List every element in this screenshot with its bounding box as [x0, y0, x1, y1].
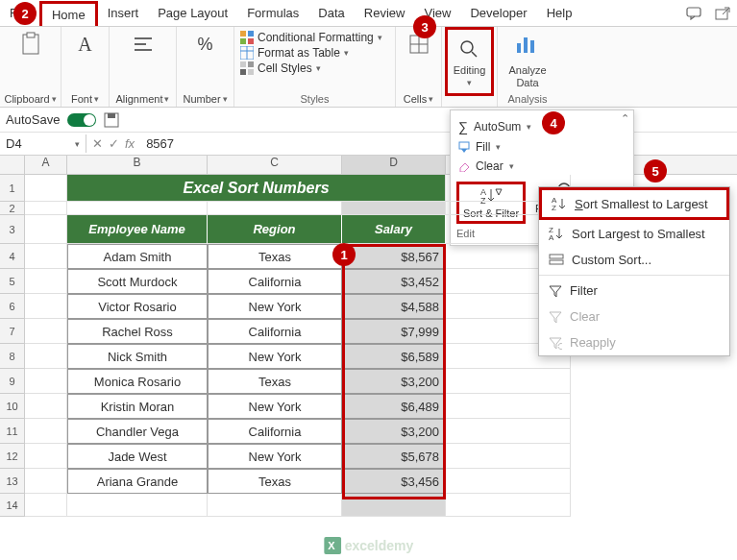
name-box[interactable]: D4 ▾ [0, 134, 86, 153]
cell-salary[interactable]: $7,999 [342, 319, 446, 344]
chevron-down-icon[interactable]: ▾ [52, 94, 57, 104]
comments-button[interactable] [681, 3, 706, 24]
header-salary[interactable]: Salary [342, 215, 446, 244]
cell-salary[interactable]: $5,678 [342, 444, 446, 469]
row-header[interactable]: 5 [0, 269, 25, 294]
cell-name[interactable]: Scott Murdock [67, 269, 208, 294]
svg-point-21 [461, 41, 473, 53]
collapse-ribbon-icon[interactable]: ⌃ [621, 112, 629, 125]
fx-icon[interactable]: fx [125, 136, 135, 151]
sheet-title[interactable]: Excel Sort Numbers [67, 175, 446, 202]
cell-name[interactable]: Adam Smith [67, 244, 208, 269]
row-header[interactable]: 3 [0, 215, 25, 244]
save-icon[interactable] [104, 112, 119, 128]
tab-home[interactable]: Home [39, 1, 98, 26]
table-row: 9Monica RosarioTexas$3,200 [0, 369, 737, 394]
font-icon[interactable]: A [72, 31, 99, 58]
cell-region[interactable]: California [208, 419, 342, 444]
row-header[interactable]: 7 [0, 319, 25, 344]
row-header[interactable]: 6 [0, 294, 25, 319]
cell-region[interactable]: California [208, 269, 342, 294]
row-header[interactable]: 13 [0, 469, 25, 494]
cell-salary[interactable]: $8,567 [342, 244, 446, 269]
chevron-down-icon[interactable]: ▾ [75, 139, 80, 149]
cell-region[interactable]: California [208, 319, 342, 344]
row-header[interactable]: 14 [0, 494, 25, 517]
filter-item[interactable]: Filter [539, 278, 729, 304]
table-icon [240, 46, 254, 60]
analyze-icon[interactable] [514, 31, 541, 58]
row-header[interactable]: 4 [0, 244, 25, 269]
cancel-formula-icon[interactable]: ✕ [92, 136, 103, 151]
cell-salary[interactable]: $3,452 [342, 269, 446, 294]
header-region[interactable]: Region [208, 215, 342, 244]
row-header[interactable]: 2 [0, 202, 25, 215]
sort-smallest-to-largest[interactable]: AZ SSort Smallest to Largestort Smallest… [539, 187, 729, 220]
header-name[interactable]: Employee Name [67, 215, 208, 244]
svg-rect-36 [550, 260, 563, 264]
tab-data[interactable]: Data [308, 2, 354, 24]
tab-formulas[interactable]: Formulas [237, 2, 308, 24]
col-header-d[interactable]: D [342, 156, 446, 174]
col-header-c[interactable]: C [208, 156, 342, 174]
reapply-icon [549, 336, 562, 350]
sort-largest-to-smallest[interactable]: ZA Sort Largest to Smallest [539, 220, 729, 247]
formula-input[interactable]: 8567 [140, 134, 737, 153]
cell-region[interactable]: New York [208, 394, 342, 419]
cell-region[interactable]: New York [208, 294, 342, 319]
enter-formula-icon[interactable]: ✓ [109, 136, 119, 151]
tab-insert[interactable]: Insert [98, 2, 149, 24]
cond-fmt-icon [240, 31, 254, 44]
number-icon[interactable]: % [192, 31, 219, 58]
row-header[interactable]: 11 [0, 419, 25, 444]
cell-salary[interactable]: $6,589 [342, 344, 446, 369]
tab-help[interactable]: Help [537, 2, 582, 24]
cell-region[interactable]: Texas [208, 244, 342, 269]
cell-name[interactable]: Kristin Moran [67, 394, 208, 419]
cell-name[interactable]: Nick Smith [67, 344, 208, 369]
select-all-corner[interactable] [0, 156, 25, 174]
chevron-down-icon[interactable]: ▾ [429, 94, 433, 104]
row-header[interactable]: 9 [0, 369, 25, 394]
cells-label: Cells [404, 93, 427, 105]
cell-region[interactable]: New York [208, 344, 342, 369]
format-as-table-button[interactable]: Format as Table▾ [240, 46, 382, 60]
cell-styles-button[interactable]: Cell Styles▾ [240, 61, 382, 75]
cell-name[interactable]: Chandler Vega [67, 419, 208, 444]
custom-sort[interactable]: Custom Sort... [539, 247, 729, 273]
row-header[interactable]: 8 [0, 344, 25, 369]
cell-salary[interactable]: $6,489 [342, 394, 446, 419]
cell-salary[interactable]: $3,456 [342, 469, 446, 494]
fill-button[interactable]: Fill ▾ [456, 137, 627, 157]
cell-name[interactable]: Rachel Ross [67, 319, 208, 344]
cell-salary[interactable]: $4,588 [342, 294, 446, 319]
chevron-down-icon[interactable]: ▾ [223, 94, 228, 104]
tab-page-layout[interactable]: Page Layout [148, 2, 237, 24]
chevron-down-icon[interactable]: ▾ [164, 94, 169, 104]
col-header-a[interactable]: A [25, 156, 67, 174]
clear-button[interactable]: Clear ▾ [456, 157, 627, 176]
alignment-icon[interactable] [130, 31, 157, 58]
share-button[interactable] [710, 3, 735, 24]
clipboard-icon[interactable] [17, 31, 44, 58]
cell-name[interactable]: Jade West [67, 444, 208, 469]
cell-region[interactable]: New York [208, 444, 342, 469]
group-number: % Number▾ [177, 27, 234, 107]
cell-salary[interactable]: $3,200 [342, 419, 446, 444]
conditional-formatting-button[interactable]: Conditional Formatting▾ [240, 31, 382, 44]
chevron-down-icon[interactable]: ▾ [94, 94, 99, 104]
cell-salary[interactable]: $3,200 [342, 369, 446, 394]
editing-button[interactable]: Editing▾ [445, 27, 495, 96]
cell-region[interactable]: Texas [208, 469, 342, 494]
cell-region[interactable]: Texas [208, 369, 342, 394]
tab-review[interactable]: Review [355, 2, 415, 24]
cell-name[interactable]: Monica Rosario [67, 369, 208, 394]
cell-name[interactable]: Victor Rosario [67, 294, 208, 319]
col-header-b[interactable]: B [67, 156, 208, 174]
row-header[interactable]: 12 [0, 444, 25, 469]
row-header[interactable]: 1 [0, 175, 25, 202]
tab-developer[interactable]: Developer [460, 2, 536, 24]
cell-name[interactable]: Ariana Grande [67, 469, 208, 494]
autosave-toggle[interactable] [67, 113, 96, 127]
row-header[interactable]: 10 [0, 394, 25, 419]
